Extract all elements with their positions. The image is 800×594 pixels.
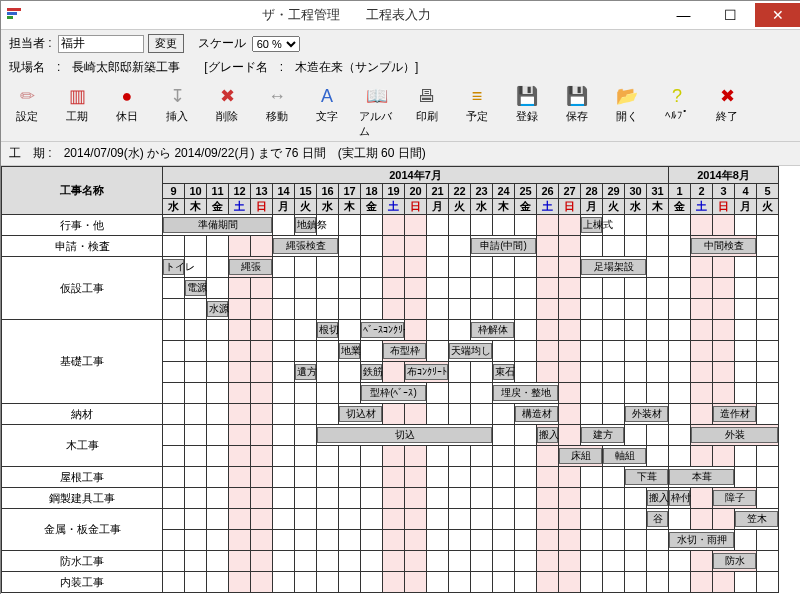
tool-アルバム[interactable]: 📖アルバム — [359, 84, 395, 139]
task-cell[interactable]: 構造材 — [515, 404, 559, 425]
task-bar[interactable]: 埋戻・整地 — [493, 385, 558, 401]
task-cell[interactable]: 鉄筋 — [361, 362, 383, 383]
task-cell[interactable]: 地業 — [339, 341, 361, 362]
task-cell[interactable]: 笠木 — [735, 509, 779, 530]
task-bar[interactable]: 電源 — [185, 280, 206, 296]
task-bar[interactable]: 笠木 — [735, 511, 778, 527]
task-cell[interactable]: 建方 — [581, 425, 625, 446]
task-bar[interactable]: 切込 — [317, 427, 492, 443]
task-cell[interactable]: 型枠(ﾍﾞｰｽ) — [361, 383, 427, 404]
tool-開く[interactable]: 📂開く — [609, 84, 645, 139]
task-bar[interactable]: 搬入 — [647, 490, 668, 506]
task-cell[interactable]: 枠解体 — [471, 320, 515, 341]
task-bar[interactable]: 建方 — [581, 427, 624, 443]
task-bar[interactable]: 構造材 — [515, 406, 558, 422]
minimize-button[interactable]: — — [661, 3, 706, 27]
task-cell[interactable]: 足場架設 — [581, 257, 647, 278]
task-bar[interactable]: 本葺 — [669, 469, 734, 485]
task-cell[interactable]: 下葺 — [625, 467, 669, 488]
task-bar[interactable]: 縄張 — [229, 259, 272, 275]
task-bar[interactable]: 根切 — [317, 322, 338, 338]
task-bar[interactable]: 造作材 — [713, 406, 756, 422]
task-bar[interactable]: 足場架設 — [581, 259, 646, 275]
task-bar[interactable]: ﾍﾞｰｽｺﾝｸﾘｰﾄ — [361, 322, 404, 338]
task-cell[interactable]: 束石 — [493, 362, 515, 383]
tool-設定[interactable]: ✏設定 — [9, 84, 45, 139]
task-bar[interactable]: 防水 — [713, 553, 756, 569]
task-cell[interactable]: 縄張検査 — [273, 236, 339, 257]
tool-終了[interactable]: ✖終了 — [709, 84, 745, 139]
task-bar[interactable]: 天端均し — [449, 343, 492, 359]
task-bar[interactable]: 外装材 — [625, 406, 668, 422]
close-button[interactable]: ✕ — [755, 3, 800, 27]
tool-保存[interactable]: 💾保存 — [559, 84, 595, 139]
task-bar[interactable]: 水切・雨押 — [669, 532, 734, 548]
task-bar[interactable]: 枠解体 — [471, 322, 514, 338]
task-cell[interactable]: 申請(中間) — [471, 236, 537, 257]
task-cell[interactable]: 搬入 — [537, 425, 559, 446]
scale-select[interactable]: 60 % — [252, 36, 300, 52]
task-bar[interactable]: 床組 — [559, 448, 602, 464]
task-cell[interactable]: 枠付 — [669, 488, 691, 509]
task-bar[interactable]: 上棟式 — [581, 217, 602, 233]
task-bar[interactable]: 束石 — [493, 364, 514, 380]
task-bar[interactable]: 下葺 — [625, 469, 668, 485]
task-cell[interactable]: 布型枠 — [383, 341, 427, 362]
person-input[interactable] — [58, 35, 144, 53]
tool-休日[interactable]: ●休日 — [109, 84, 145, 139]
task-cell[interactable]: 布ｺﾝｸﾘｰﾄ — [405, 362, 449, 383]
task-bar[interactable]: 軸組 — [603, 448, 646, 464]
task-bar[interactable]: 中間検査 — [691, 238, 756, 254]
task-bar[interactable]: 谷 — [647, 511, 668, 527]
task-bar[interactable]: 縄張検査 — [273, 238, 338, 254]
tool-挿入[interactable]: ↧挿入 — [159, 84, 195, 139]
task-cell[interactable]: 準備期間 — [163, 215, 273, 236]
task-cell[interactable]: 外装 — [691, 425, 779, 446]
task-bar[interactable]: 型枠(ﾍﾞｰｽ) — [361, 385, 426, 401]
task-cell[interactable]: 切込材 — [339, 404, 383, 425]
task-cell[interactable]: 中間検査 — [691, 236, 757, 257]
task-cell[interactable]: 天端均し — [449, 341, 493, 362]
gantt-chart[interactable]: 工事名称2014年7月2014年8月9101112131415161718192… — [1, 166, 800, 594]
task-cell[interactable]: 縄張 — [229, 257, 273, 278]
task-cell[interactable]: 床組 — [559, 446, 603, 467]
task-cell[interactable]: トイレ — [163, 257, 185, 278]
tool-削除[interactable]: ✖削除 — [209, 84, 245, 139]
task-bar[interactable]: 申請(中間) — [471, 238, 536, 254]
task-cell[interactable]: ﾍﾞｰｽｺﾝｸﾘｰﾄ — [361, 320, 405, 341]
task-bar[interactable]: 水源 — [207, 301, 228, 317]
task-cell[interactable]: 遺方 — [295, 362, 317, 383]
tool-ﾍﾙﾌﾟ[interactable]: ?ﾍﾙﾌﾟ — [659, 84, 695, 139]
task-cell[interactable]: 水切・雨押 — [669, 530, 735, 551]
task-bar[interactable]: 障子 — [713, 490, 756, 506]
task-bar[interactable]: 準備期間 — [163, 217, 272, 233]
task-bar[interactable]: 地鎮祭 — [295, 217, 316, 233]
task-cell[interactable]: 防水 — [713, 551, 757, 572]
tool-移動[interactable]: ↔移動 — [259, 84, 295, 139]
task-cell[interactable]: 埋戻・整地 — [493, 383, 559, 404]
task-cell[interactable]: 軸組 — [603, 446, 647, 467]
task-cell[interactable]: 搬入 — [647, 488, 669, 509]
task-cell[interactable]: 根切 — [317, 320, 339, 341]
tool-予定[interactable]: ≡予定 — [459, 84, 495, 139]
task-cell[interactable]: 電源 — [185, 278, 207, 299]
task-bar[interactable]: 布ｺﾝｸﾘｰﾄ — [405, 364, 448, 380]
tool-文字[interactable]: A文字 — [309, 84, 345, 139]
task-cell[interactable]: 切込 — [317, 425, 493, 446]
task-cell[interactable]: 谷 — [647, 509, 669, 530]
task-cell[interactable]: 本葺 — [669, 467, 735, 488]
task-bar[interactable]: 遺方 — [295, 364, 316, 380]
tool-工期[interactable]: ▥工期 — [59, 84, 95, 139]
tool-登録[interactable]: 💾登録 — [509, 84, 545, 139]
task-bar[interactable]: 切込材 — [339, 406, 382, 422]
task-bar[interactable]: 外装 — [691, 427, 778, 443]
task-cell[interactable]: 外装材 — [625, 404, 669, 425]
change-button[interactable]: 変更 — [148, 34, 184, 53]
tool-印刷[interactable]: 🖶印刷 — [409, 84, 445, 139]
task-bar[interactable]: トイレ — [163, 259, 184, 275]
task-cell[interactable]: 上棟式 — [581, 215, 603, 236]
task-bar[interactable]: 鉄筋 — [361, 364, 382, 380]
task-cell[interactable]: 地鎮祭 — [295, 215, 317, 236]
maximize-button[interactable]: ☐ — [708, 3, 753, 27]
task-bar[interactable]: 布型枠 — [383, 343, 426, 359]
